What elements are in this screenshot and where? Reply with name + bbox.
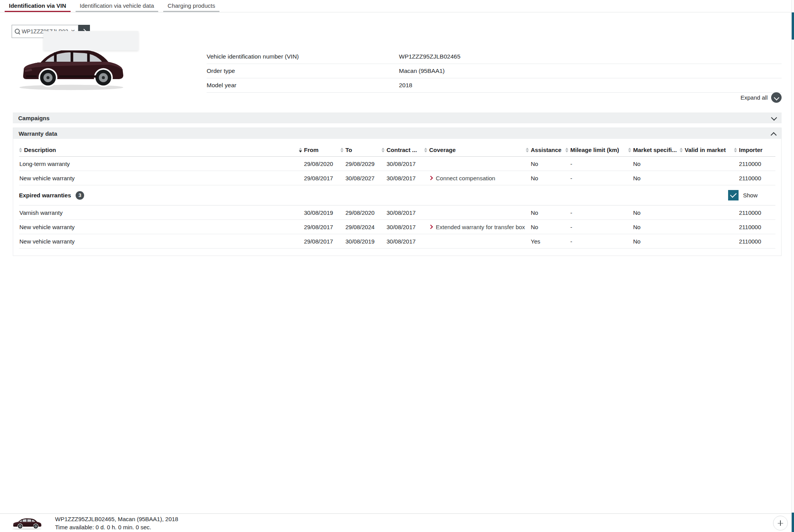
sort-icon[interactable] [526, 148, 529, 152]
cell-from: 29/08/2017 [299, 238, 340, 245]
cell-from: 29/08/2017 [299, 224, 340, 230]
cell-assistance: Yes [526, 238, 565, 245]
cell-description: Long-term warranty [19, 161, 299, 167]
cell-assistance: No [526, 161, 565, 167]
count-badge: 3 [76, 191, 84, 200]
cell-mileage: - [565, 238, 628, 245]
cell-to: 30/08/2027 [340, 175, 381, 181]
tab-identification-via-vehicle-data[interactable]: Identification via vehicle data [76, 0, 159, 12]
section-title: Campaigns [18, 115, 50, 121]
cell-market: No [628, 161, 680, 167]
chevron-down-icon[interactable] [771, 92, 782, 103]
column-header-mileage-limit[interactable]: Mileage limit (km) [565, 147, 628, 153]
expand-all-button[interactable]: Expand all [740, 92, 782, 103]
section-title: Warranty data [19, 130, 57, 137]
cell-market: No [628, 224, 680, 230]
sort-icon[interactable] [340, 148, 344, 152]
sort-icon[interactable] [424, 148, 428, 152]
section-campaigns[interactable]: Campaigns [13, 112, 782, 123]
status-vehicle-line: WP1ZZZ95ZJLB02465, Macan (95BAA1), 2018 [55, 515, 178, 523]
info-label: Order type [207, 67, 399, 74]
chevron-up-icon[interactable] [771, 131, 776, 136]
column-header-importer[interactable]: Importer [734, 147, 775, 153]
table-row: New vehicle warranty 29/08/2017 30/08/20… [19, 234, 775, 249]
tab-bar: Identification via VIN Identification vi… [0, 0, 794, 12]
cell-contract: 30/08/2017 [381, 161, 424, 167]
info-label: Model year [207, 82, 399, 89]
cell-contract: 30/08/2017 [381, 224, 424, 230]
info-value: Macan (95BAA1) [399, 67, 445, 74]
cell-importer: 2110000 [734, 238, 775, 245]
warranty-table: Description From To Contract ... Coverag… [13, 139, 781, 256]
cell-market: No [628, 175, 680, 181]
status-text: WP1ZZZ95ZJLB02465, Macan (95BAA1), 2018 … [55, 515, 178, 531]
add-button[interactable] [773, 516, 788, 530]
search-icon [15, 29, 20, 34]
status-time-line: Time available: 0 d. 0 h. 0 min. 0 sec. [55, 523, 178, 531]
cell-importer: 2110000 [734, 209, 775, 216]
coverage-link[interactable]: Extended warranty for transfer box [429, 224, 526, 230]
vehicle-thumbnail-image [11, 515, 43, 531]
info-value: 2018 [399, 82, 412, 89]
column-header-assistance[interactable]: Assistance [526, 147, 565, 153]
show-label[interactable]: Show [743, 192, 758, 199]
cell-from: 29/08/2020 [299, 161, 340, 167]
sort-icon[interactable] [381, 148, 385, 152]
column-header-from[interactable]: From [299, 147, 340, 153]
cell-mileage: - [565, 224, 628, 230]
sort-icon[interactable] [19, 148, 22, 152]
column-header-description[interactable]: Description [19, 147, 299, 153]
sort-icon[interactable] [628, 148, 632, 152]
sort-icon[interactable] [734, 148, 737, 152]
column-header-valid-in-market[interactable]: Valid in market [680, 147, 734, 153]
cell-importer: 2110000 [734, 161, 775, 167]
expired-warranties-label: Expired warranties [19, 192, 71, 199]
warranty-section-header[interactable]: Warranty data [13, 128, 781, 139]
column-header-contract[interactable]: Contract ... [381, 147, 424, 153]
chevron-right-icon [429, 176, 432, 180]
column-header-market-specific[interactable]: Market specifi... [628, 147, 680, 153]
table-header-row: Description From To Contract ... Coverag… [19, 143, 775, 157]
vehicle-info-table: Vehicle identification number (VIN) WP1Z… [207, 50, 782, 93]
expired-warranties-row: Expired warranties 3 Show [19, 185, 775, 206]
info-row-vin: Vehicle identification number (VIN) WP1Z… [207, 50, 782, 64]
column-header-coverage[interactable]: Coverage [424, 147, 526, 153]
table-row: New vehicle warranty 29/08/2017 29/08/20… [19, 220, 775, 234]
sort-icon[interactable] [565, 148, 569, 152]
cell-market: No [628, 209, 680, 216]
cell-to: 29/08/2020 [340, 209, 381, 216]
cell-description: New vehicle warranty [19, 175, 299, 181]
cell-to: 29/08/2029 [340, 161, 381, 167]
expand-all-label: Expand all [740, 94, 768, 101]
app-window: Identification via VIN Identification vi… [0, 0, 794, 532]
search-suggestion-panel[interactable] [43, 31, 138, 50]
sort-icon[interactable] [680, 148, 683, 152]
section-warranty-data: Warranty data Description From To Contra… [13, 128, 782, 256]
cell-description: New vehicle warranty [19, 224, 299, 230]
info-value: WP1ZZZ95ZJLB02465 [399, 53, 461, 60]
status-bar: WP1ZZZ95ZJLB02465, Macan (95BAA1), 2018 … [0, 513, 794, 532]
cell-contract: 30/08/2017 [381, 175, 424, 181]
cell-mileage: - [565, 161, 628, 167]
info-row-model-year: Model year 2018 [207, 78, 782, 93]
tab-charging-products[interactable]: Charging products [163, 0, 219, 12]
tab-identification-via-vin[interactable]: Identification via VIN [5, 0, 71, 12]
cell-from: 30/08/2019 [299, 209, 340, 216]
cell-contract: 30/08/2017 [381, 238, 424, 245]
coverage-link[interactable]: Connect compensation [429, 175, 526, 181]
cell-to: 30/08/2019 [340, 238, 381, 245]
chevron-down-icon[interactable] [772, 116, 776, 120]
cell-coverage: Extended warranty for transfer box [424, 224, 526, 230]
chevron-right-icon [429, 225, 432, 228]
cell-market: No [628, 238, 680, 245]
show-checkbox[interactable] [728, 190, 739, 200]
scrollbar-thumb[interactable] [792, 12, 794, 40]
table-row: New vehicle warranty 29/08/2017 30/08/20… [19, 171, 775, 185]
column-header-to[interactable]: To [340, 147, 381, 153]
cell-from: 29/08/2017 [299, 175, 340, 181]
sort-icon[interactable] [299, 148, 302, 152]
cell-to: 29/08/2024 [340, 224, 381, 230]
cell-assistance: No [526, 175, 565, 181]
cell-importer: 2110000 [734, 175, 775, 181]
vertical-scrollbar[interactable] [791, 0, 794, 532]
